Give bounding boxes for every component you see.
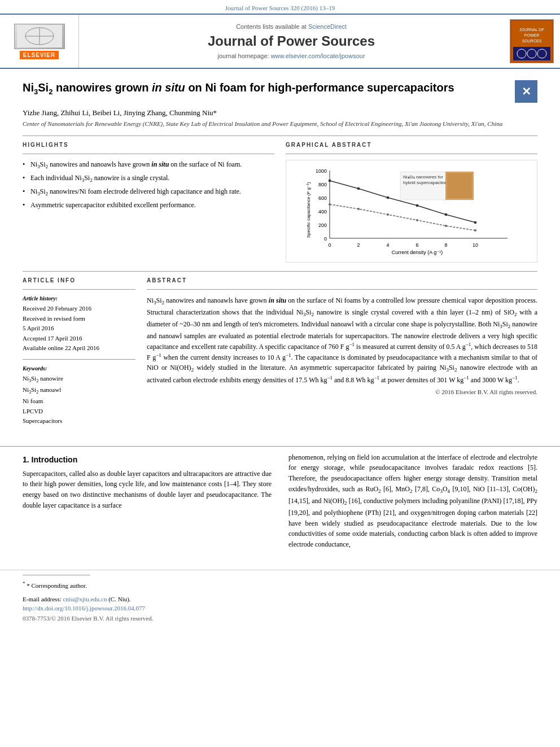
svg-text:JOURNAL OF: JOURNAL OF [519, 28, 544, 32]
article-title: Ni3Si2 nanowires grown in situ on Ni foa… [23, 80, 506, 97]
highlights-list: Ni3Si2 nanowires and nanoawls have grown… [23, 160, 274, 210]
abstract-section: ABSTRACT Ni3Si2 nanowires and nanoawls h… [147, 277, 537, 426]
svg-point-38 [416, 219, 418, 221]
citation-text: Journal of Power Sources 320 (2016) 13–1… [225, 5, 335, 11]
homepage-url-text: www.elsevier.com/locate/jpowsour [271, 53, 365, 59]
svg-text:hybrid supercapacitor: hybrid supercapacitor [403, 180, 447, 185]
section-number: 1. [23, 455, 29, 464]
highlights-label: HIGHLIGHTS [23, 142, 274, 148]
journal-cover-image: JOURNAL OF POWER SOURCES [510, 19, 554, 63]
abstract-label: ABSTRACT [147, 277, 537, 283]
article-title-section: Ni3Si2 nanowires grown in situ on Ni foa… [23, 80, 537, 103]
introduction-text-left: Supercapacitors, called also as double l… [23, 469, 272, 510]
article-content: Ni3Si2 nanowires grown in situ on Ni foa… [0, 69, 560, 446]
corresponding-author-note: * * Corresponding author. [23, 580, 537, 590]
journal-info-center: Contents lists available at ScienceDirec… [79, 15, 504, 68]
highlight-item-4: Asymmetric supercapacitor exhibited exce… [23, 200, 274, 210]
article-history-label: Article history: [23, 295, 135, 302]
elsevier-label: ELSEVIER [20, 51, 59, 59]
journal-citation: Journal of Power Sources 320 (2016) 13–1… [0, 0, 560, 15]
received-date: Received 20 February 2016 [23, 304, 135, 314]
footnote-divider [23, 575, 90, 575]
svg-text:10: 10 [473, 242, 478, 248]
elsevier-image [14, 24, 65, 49]
svg-rect-34 [474, 221, 476, 224]
accepted-date: Accepted 17 April 2016 [23, 334, 135, 344]
graphical-abstract-label: GRAPHICAL ABSTRACT [286, 142, 537, 148]
body-two-col: 1. Introduction Supercapacitors, called … [23, 452, 537, 550]
keywords-label: Keywords: [23, 365, 135, 372]
svg-text:200: 200 [318, 222, 327, 228]
svg-rect-45 [447, 173, 472, 198]
graphical-abstract-section: GRAPHICAL ABSTRACT 1000 800 600 400 [286, 142, 537, 263]
revised-date: 5 April 2016 [23, 324, 135, 334]
journal-header: ELSEVIER Contents lists available at Sci… [0, 15, 560, 69]
issn-text: 0378-7753/© 2016 Elsevier B.V. All right… [23, 615, 537, 622]
keyword-5: Supercapacitors [23, 416, 135, 426]
highlights-graphical-row: HIGHLIGHTS Ni3Si2 nanowires and nanoawls… [23, 142, 537, 263]
copyright-text: © 2016 Elsevier B.V. All rights reserved… [147, 388, 537, 395]
svg-point-40 [474, 229, 476, 231]
available-date: Available online 22 April 2016 [23, 343, 135, 353]
svg-text:400: 400 [318, 209, 327, 215]
svg-text:0: 0 [328, 242, 331, 248]
abstract-text: Ni3Si2 nanowires and nanoawls have grown… [147, 295, 537, 385]
svg-text:SOURCES: SOURCES [522, 39, 542, 43]
highlight-item-1: Ni3Si2 nanowires and nanoawls have grown… [23, 160, 274, 171]
sciencedirect-line: Contents lists available at ScienceDirec… [236, 23, 347, 30]
sciencedirect-link[interactable]: ScienceDirect [308, 23, 347, 30]
crossmark-badge: ✕ [515, 80, 537, 103]
page-wrapper: Journal of Power Sources 320 (2016) 13–1… [0, 0, 560, 747]
doi-link[interactable]: http://dx.doi.org/10.1016/j.jpowsour.201… [23, 605, 145, 611]
divider-2 [23, 271, 537, 272]
keyword-4: LPCVD [23, 407, 135, 417]
keyword-3: Ni foam [23, 396, 135, 407]
affiliation-text: Center of Nanomaterials for Renewable En… [23, 120, 537, 127]
highlight-item-2: Each individual Ni3Si2 nanowire is a sin… [23, 173, 274, 184]
svg-rect-33 [445, 213, 447, 216]
svg-point-36 [357, 208, 360, 210]
svg-rect-30 [357, 187, 360, 190]
article-info-abstract-row: ARTICLE INFO Article history: Received 2… [23, 277, 537, 426]
keywords-divider [23, 359, 135, 360]
svg-text:Ni₃Si₂ nanowires for: Ni₃Si₂ nanowires for [403, 174, 443, 180]
highlights-divider [23, 154, 274, 154]
svg-point-35 [329, 203, 331, 206]
homepage-link[interactable]: www.elsevier.com/locate/jpowsour [271, 53, 365, 59]
keyword-2: Ni3Si2 nanoawl [23, 385, 135, 396]
article-footer: * * Corresponding author. E-mail address… [0, 570, 560, 628]
doi-text: http://dx.doi.org/10.1016/j.jpowsour.201… [23, 605, 145, 611]
corresponding-label: * Corresponding author. [27, 582, 87, 588]
article-info-label: ARTICLE INFO [23, 277, 135, 283]
introduction-text-right: phenomenon, relying on field ion accumul… [288, 452, 537, 550]
svg-text:0: 0 [324, 236, 327, 242]
email-text: cniu@xjtu.edu.cn [63, 596, 107, 602]
svg-text:8: 8 [444, 242, 447, 248]
chart-svg: 1000 800 600 400 200 0 0 2 4 6 8 10 [291, 165, 532, 255]
sciencedirect-text: ScienceDirect [308, 23, 347, 30]
keywords-section: Keywords: Ni3Si2 nanowire Ni3Si2 nanoawl… [23, 365, 135, 426]
graphical-divider [286, 154, 537, 154]
authors-text: Yizhe Jiang, Zhihui Li, Beibei Li, Jinyi… [23, 108, 217, 117]
graphical-abstract-chart: 1000 800 600 400 200 0 0 2 4 6 8 10 [286, 160, 537, 263]
article-dates: Received 20 February 2016 Received in re… [23, 304, 135, 353]
info-divider [23, 289, 135, 290]
abstract-divider [147, 289, 537, 290]
article-info-section: ARTICLE INFO Article history: Received 2… [23, 277, 135, 426]
svg-text:2: 2 [357, 242, 360, 248]
svg-text:Current density (A g⁻¹): Current density (A g⁻¹) [392, 250, 443, 255]
email-person: (C. Niu). [108, 596, 130, 602]
body-col-left: 1. Introduction Supercapacitors, called … [23, 452, 272, 550]
svg-rect-29 [329, 180, 331, 182]
email-link[interactable]: cniu@xjtu.edu.cn [63, 596, 108, 602]
svg-text:4: 4 [386, 242, 389, 248]
elsevier-logo: ELSEVIER [14, 24, 65, 59]
highlights-section: HIGHLIGHTS Ni3Si2 nanowires and nanoawls… [23, 142, 274, 263]
svg-text:800: 800 [318, 182, 327, 187]
journal-title: Journal of Power Sources [208, 33, 375, 49]
received-revised-label: Received in revised form [23, 314, 135, 324]
homepage-label: journal homepage: [217, 53, 269, 59]
svg-point-37 [387, 213, 389, 216]
elsevier-branding: ELSEVIER [0, 15, 79, 68]
authors-line: Yizhe Jiang, Zhihui Li, Beibei Li, Jinyi… [23, 108, 537, 117]
